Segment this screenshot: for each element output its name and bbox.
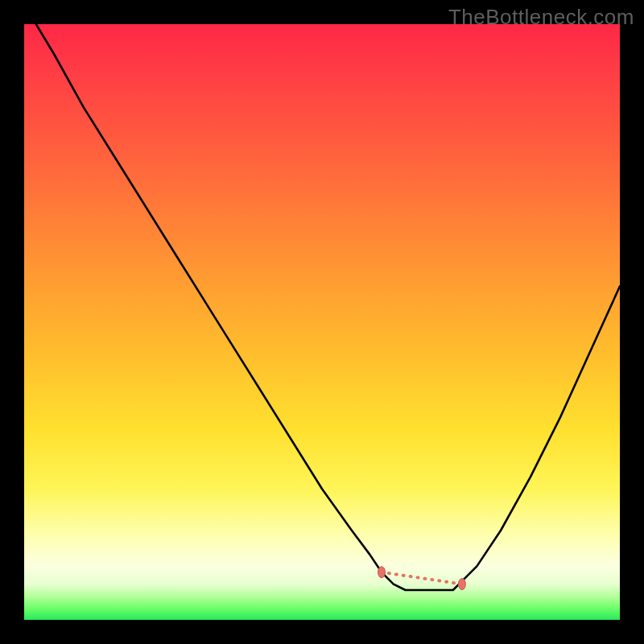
plot-area: [24, 24, 620, 620]
trough-markers-group: [378, 567, 466, 590]
chart-frame: TheBottleneck.com: [0, 0, 644, 644]
trough-marker-line: [382, 572, 462, 584]
bottleneck-curve-svg: [24, 24, 620, 620]
trough-marker: [378, 567, 386, 578]
bottleneck-curve-path: [36, 24, 620, 590]
watermark-label: TheBottleneck.com: [448, 5, 634, 30]
trough-marker: [458, 579, 465, 590]
